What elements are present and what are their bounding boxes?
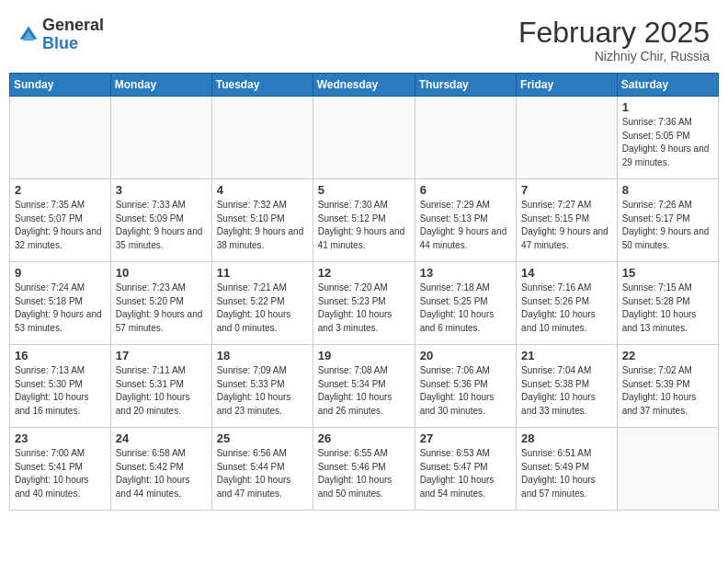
calendar-cell: 27Sunrise: 6:53 AM Sunset: 5:47 PM Dayli… xyxy=(415,428,516,511)
title-block: February 2025 Nizhniy Chir, Russia xyxy=(518,17,710,63)
day-number: 21 xyxy=(521,349,612,362)
day-number: 11 xyxy=(217,266,308,280)
day-number: 12 xyxy=(318,266,410,280)
day-number: 23 xyxy=(15,431,106,445)
day-info: Sunrise: 7:29 AM Sunset: 5:13 PM Dayligh… xyxy=(420,199,511,252)
day-info: Sunrise: 7:11 AM Sunset: 5:31 PM Dayligh… xyxy=(116,364,207,418)
calendar-cell: 28Sunrise: 6:51 AM Sunset: 5:49 PM Dayli… xyxy=(517,428,618,511)
day-info: Sunrise: 7:30 AM Sunset: 5:12 PM Dayligh… xyxy=(318,199,410,252)
day-info: Sunrise: 6:55 AM Sunset: 5:46 PM Dayligh… xyxy=(318,447,410,500)
calendar-cell xyxy=(313,97,415,179)
day-info: Sunrise: 7:18 AM Sunset: 5:25 PM Dayligh… xyxy=(420,282,511,335)
calendar-cell: 20Sunrise: 7:06 AM Sunset: 5:36 PM Dayli… xyxy=(415,345,516,428)
calendar-cell: 10Sunrise: 7:23 AM Sunset: 5:20 PM Dayli… xyxy=(110,262,211,345)
logo-icon xyxy=(18,25,39,45)
calendar-table: SundayMondayTuesdayWednesdayThursdayFrid… xyxy=(9,73,719,511)
calendar-cell: 2Sunrise: 7:35 AM Sunset: 5:07 PM Daylig… xyxy=(10,179,111,262)
location-subtitle: Nizhniy Chir, Russia xyxy=(518,49,710,63)
calendar-cell: 26Sunrise: 6:55 AM Sunset: 5:46 PM Dayli… xyxy=(313,428,415,511)
calendar-week-3: 9Sunrise: 7:24 AM Sunset: 5:18 PM Daylig… xyxy=(10,262,719,345)
day-number: 9 xyxy=(15,266,106,280)
day-info: Sunrise: 7:08 AM Sunset: 5:34 PM Dayligh… xyxy=(318,364,410,418)
day-number: 3 xyxy=(116,183,207,197)
calendar-cell: 21Sunrise: 7:04 AM Sunset: 5:38 PM Dayli… xyxy=(517,345,618,428)
logo-general-text: General xyxy=(42,16,104,34)
calendar-cell: 17Sunrise: 7:11 AM Sunset: 5:31 PM Dayli… xyxy=(110,345,211,428)
calendar-week-2: 2Sunrise: 7:35 AM Sunset: 5:07 PM Daylig… xyxy=(10,179,719,262)
weekday-header-monday: Monday xyxy=(110,74,211,97)
calendar-cell: 6Sunrise: 7:29 AM Sunset: 5:13 PM Daylig… xyxy=(415,179,516,262)
day-number: 28 xyxy=(521,431,612,445)
day-info: Sunrise: 6:53 AM Sunset: 5:47 PM Dayligh… xyxy=(420,447,511,500)
day-info: Sunrise: 7:32 AM Sunset: 5:10 PM Dayligh… xyxy=(217,199,308,252)
day-number: 20 xyxy=(420,349,511,362)
day-info: Sunrise: 7:21 AM Sunset: 5:22 PM Dayligh… xyxy=(217,282,308,335)
calendar-cell: 7Sunrise: 7:27 AM Sunset: 5:15 PM Daylig… xyxy=(517,179,618,262)
day-info: Sunrise: 6:58 AM Sunset: 5:42 PM Dayligh… xyxy=(116,447,207,500)
day-number: 5 xyxy=(318,183,410,197)
calendar-cell: 1Sunrise: 7:36 AM Sunset: 5:05 PM Daylig… xyxy=(617,97,718,179)
calendar-cell: 19Sunrise: 7:08 AM Sunset: 5:34 PM Dayli… xyxy=(313,345,415,428)
day-info: Sunrise: 7:35 AM Sunset: 5:07 PM Dayligh… xyxy=(15,199,106,252)
day-info: Sunrise: 7:16 AM Sunset: 5:26 PM Dayligh… xyxy=(521,282,612,335)
day-number: 22 xyxy=(622,349,713,362)
calendar-cell: 24Sunrise: 6:58 AM Sunset: 5:42 PM Dayli… xyxy=(110,428,211,511)
calendar-cell: 3Sunrise: 7:33 AM Sunset: 5:09 PM Daylig… xyxy=(110,179,211,262)
calendar-cell: 5Sunrise: 7:30 AM Sunset: 5:12 PM Daylig… xyxy=(313,179,415,262)
calendar-cell: 11Sunrise: 7:21 AM Sunset: 5:22 PM Dayli… xyxy=(211,262,313,345)
logo: General Blue xyxy=(18,17,104,53)
day-number: 15 xyxy=(622,266,713,280)
day-number: 24 xyxy=(116,431,207,445)
calendar-cell: 12Sunrise: 7:20 AM Sunset: 5:23 PM Dayli… xyxy=(313,262,415,345)
calendar-cell xyxy=(110,97,211,179)
day-info: Sunrise: 6:56 AM Sunset: 5:44 PM Dayligh… xyxy=(217,447,308,500)
day-info: Sunrise: 7:15 AM Sunset: 5:28 PM Dayligh… xyxy=(622,282,713,335)
day-info: Sunrise: 7:36 AM Sunset: 5:05 PM Dayligh… xyxy=(622,116,713,169)
day-number: 6 xyxy=(420,183,511,197)
calendar-cell xyxy=(415,97,516,179)
day-number: 10 xyxy=(116,266,207,280)
day-info: Sunrise: 7:00 AM Sunset: 5:41 PM Dayligh… xyxy=(15,447,106,500)
day-info: Sunrise: 7:20 AM Sunset: 5:23 PM Dayligh… xyxy=(318,282,410,335)
calendar-cell xyxy=(211,97,313,179)
day-info: Sunrise: 7:27 AM Sunset: 5:15 PM Dayligh… xyxy=(521,199,612,252)
calendar-cell xyxy=(517,97,618,179)
calendar-cell: 4Sunrise: 7:32 AM Sunset: 5:10 PM Daylig… xyxy=(211,179,313,262)
weekday-header-thursday: Thursday xyxy=(415,74,516,97)
day-number: 16 xyxy=(15,349,106,362)
weekday-header-row: SundayMondayTuesdayWednesdayThursdayFrid… xyxy=(10,74,719,97)
day-number: 25 xyxy=(217,431,308,445)
day-info: Sunrise: 7:23 AM Sunset: 5:20 PM Dayligh… xyxy=(116,282,207,335)
day-number: 7 xyxy=(521,183,612,197)
page-header: General Blue February 2025 Nizhniy Chir,… xyxy=(9,9,719,69)
day-info: Sunrise: 7:02 AM Sunset: 5:39 PM Dayligh… xyxy=(622,364,713,418)
calendar-cell: 25Sunrise: 6:56 AM Sunset: 5:44 PM Dayli… xyxy=(211,428,313,511)
weekday-header-wednesday: Wednesday xyxy=(313,74,415,97)
calendar-body: 1Sunrise: 7:36 AM Sunset: 5:05 PM Daylig… xyxy=(10,97,719,511)
day-number: 4 xyxy=(217,183,308,197)
calendar-cell xyxy=(617,428,718,511)
month-title: February 2025 xyxy=(518,17,710,49)
calendar-cell: 23Sunrise: 7:00 AM Sunset: 5:41 PM Dayli… xyxy=(10,428,111,511)
calendar-cell: 9Sunrise: 7:24 AM Sunset: 5:18 PM Daylig… xyxy=(10,262,111,345)
logo-blue-text: Blue xyxy=(42,34,78,52)
day-number: 14 xyxy=(521,266,612,280)
day-number: 26 xyxy=(318,431,410,445)
weekday-header-friday: Friday xyxy=(517,74,618,97)
day-info: Sunrise: 7:24 AM Sunset: 5:18 PM Dayligh… xyxy=(15,282,106,335)
day-number: 27 xyxy=(420,431,511,445)
day-info: Sunrise: 7:13 AM Sunset: 5:30 PM Dayligh… xyxy=(15,364,106,418)
calendar-cell xyxy=(10,97,111,179)
day-number: 1 xyxy=(622,100,713,114)
day-info: Sunrise: 7:09 AM Sunset: 5:33 PM Dayligh… xyxy=(217,364,308,418)
day-info: Sunrise: 6:51 AM Sunset: 5:49 PM Dayligh… xyxy=(521,447,612,500)
weekday-header-saturday: Saturday xyxy=(617,74,718,97)
calendar-cell: 18Sunrise: 7:09 AM Sunset: 5:33 PM Dayli… xyxy=(211,345,313,428)
weekday-header-sunday: Sunday xyxy=(10,74,111,97)
day-info: Sunrise: 7:33 AM Sunset: 5:09 PM Dayligh… xyxy=(116,199,207,252)
calendar-cell: 22Sunrise: 7:02 AM Sunset: 5:39 PM Dayli… xyxy=(617,345,718,428)
calendar-cell: 14Sunrise: 7:16 AM Sunset: 5:26 PM Dayli… xyxy=(517,262,618,345)
day-number: 13 xyxy=(420,266,511,280)
day-number: 2 xyxy=(15,183,106,197)
calendar-cell: 15Sunrise: 7:15 AM Sunset: 5:28 PM Dayli… xyxy=(617,262,718,345)
